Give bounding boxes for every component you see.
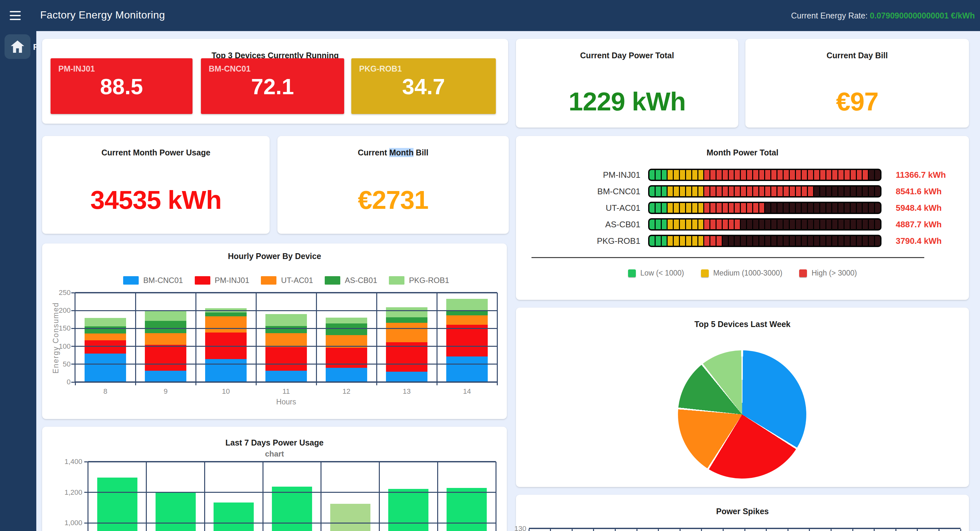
legend-label: AS-CB01 <box>345 276 377 285</box>
grid-line <box>204 462 205 531</box>
led-segment <box>808 187 813 196</box>
card-title: Current Month Bill <box>277 148 509 157</box>
top-navbar: Factory Energy Monitoring Current Energy… <box>0 0 980 31</box>
card-top3-devices: Top 3 Devices Currently Running PM-INJ01… <box>42 39 508 124</box>
led-segment <box>765 236 770 246</box>
stacked-bar-segment <box>145 371 186 382</box>
led-segment <box>869 203 874 213</box>
stacked-bar-segment <box>446 311 488 315</box>
led-segment <box>735 203 740 213</box>
led-segment <box>735 236 740 246</box>
led-segment <box>723 170 728 180</box>
energy-rate: Current Energy Rate: 0.0790900000000001 … <box>791 11 975 21</box>
grid-line <box>593 529 594 531</box>
stacked-bar-segment <box>145 333 186 345</box>
card-title: Top 5 Devices Last Week <box>516 320 969 329</box>
led-segment <box>698 220 703 229</box>
led-segment <box>723 187 728 196</box>
led-segment <box>729 203 734 213</box>
led-segment <box>747 220 752 229</box>
y-tick-label: 200 <box>45 306 71 315</box>
led-segment <box>692 187 697 196</box>
stacked-bar-segment <box>326 318 367 323</box>
y-tick-label: 1,400 <box>56 458 82 466</box>
led-segment <box>832 236 837 246</box>
card-month-bill: Current Month Bill €2731 <box>277 136 509 234</box>
device-label: AS-CB01 <box>516 219 640 230</box>
led-segment <box>698 187 703 196</box>
grid-line <box>75 310 497 311</box>
led-segment <box>655 220 661 229</box>
led-segment <box>704 203 710 213</box>
grid-line <box>896 529 896 531</box>
stacked-bar-segment <box>266 326 307 333</box>
led-segment <box>765 220 770 229</box>
led-segment <box>863 220 868 229</box>
led-segment <box>778 220 783 229</box>
device-total-value: 4887.7 kWh <box>896 219 942 230</box>
led-segment <box>741 236 746 246</box>
card-title: Current Month Power Usage <box>42 148 270 157</box>
led-segment <box>875 187 880 196</box>
led-segment <box>802 236 807 246</box>
led-segment <box>771 187 776 196</box>
led-segment <box>674 236 679 246</box>
led-segment <box>820 187 826 196</box>
legend-item: PM-INJ01 <box>195 276 250 285</box>
led-segment <box>875 170 880 180</box>
led-segment <box>735 187 740 196</box>
led-segment <box>680 203 685 213</box>
menu-icon[interactable] <box>10 11 21 20</box>
led-segment <box>747 236 752 246</box>
app-title: Factory Energy Monitoring <box>40 9 165 21</box>
led-segment <box>716 170 722 180</box>
grid-line <box>495 462 496 531</box>
led-segment <box>790 170 795 180</box>
y-tick-label: 0 <box>45 378 71 386</box>
led-segment <box>655 236 661 246</box>
stacked-bar-segment <box>386 317 428 323</box>
x-axis-title: Hours <box>75 398 497 406</box>
card-last7-days: Last 7 Days Power Usage chart 1,4001,200… <box>42 427 507 531</box>
y-tick-label: 50 <box>45 360 71 368</box>
led-segment <box>851 236 856 246</box>
led-segment <box>875 236 880 246</box>
led-segment <box>784 236 789 246</box>
card-month-power-total: Month Power Total PM-INJ0111366.7 kWhBM-… <box>516 136 969 300</box>
stacked-bar-segment <box>205 359 247 382</box>
y-tick-label: 1,000 <box>56 519 82 527</box>
legend-label: Medium (1000-3000) <box>713 269 783 277</box>
led-segment <box>710 220 716 229</box>
led-segment <box>741 170 746 180</box>
led-segment <box>826 170 832 180</box>
card-title: Month Power Total <box>516 148 969 157</box>
led-segment <box>838 236 843 246</box>
stacked-bar-segment <box>84 353 126 382</box>
led-segment <box>802 187 807 196</box>
stacked-bar-segment <box>266 347 307 371</box>
led-segment <box>808 170 813 180</box>
grid-line <box>960 529 961 531</box>
y-tick-label: 150 <box>45 324 71 333</box>
led-segment <box>838 220 843 229</box>
led-segment <box>686 220 691 229</box>
stacked-bar-segment <box>145 345 186 370</box>
led-segment <box>808 203 813 213</box>
led-segment <box>759 220 765 229</box>
device-power-value: 88.5 <box>51 74 192 99</box>
device-total-value: 8541.6 kWh <box>896 186 942 197</box>
led-segment <box>692 170 697 180</box>
device-total-value: 11366.7 kWh <box>896 170 946 180</box>
led-segment <box>729 170 734 180</box>
led-segment <box>814 187 819 196</box>
legend-label: UT-AC01 <box>281 276 313 285</box>
led-segment <box>662 187 667 196</box>
card-title: Power Spikes <box>516 507 969 516</box>
sidebar: F <box>0 31 36 531</box>
grid-line <box>316 293 317 382</box>
x-tick-label: 8 <box>92 387 118 396</box>
home-button[interactable] <box>5 34 30 59</box>
legend-label: PKG-ROB1 <box>409 276 449 285</box>
legend-item: UT-AC01 <box>261 276 313 285</box>
led-segment <box>820 220 826 229</box>
